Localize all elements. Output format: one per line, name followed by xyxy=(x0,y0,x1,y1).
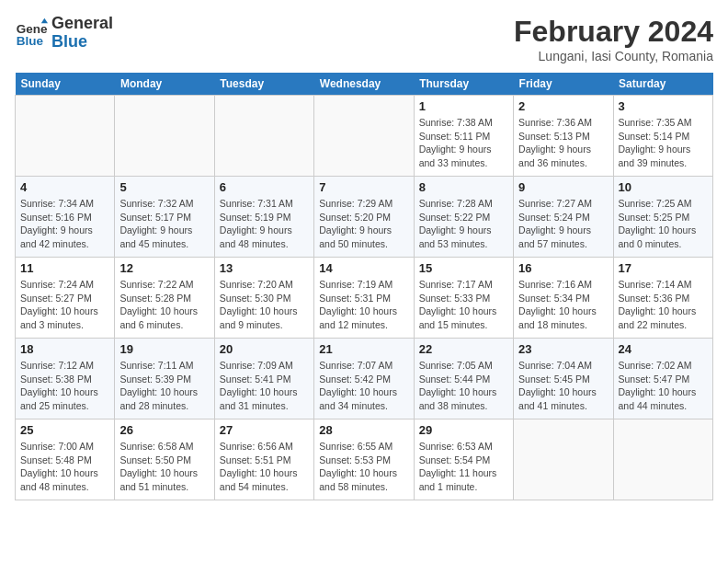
day-number: 13 xyxy=(220,261,309,275)
day-number: 5 xyxy=(119,180,209,194)
day-info: Sunrise: 7:32 AM Sunset: 5:17 PM Dayligh… xyxy=(119,197,209,251)
day-info: Sunrise: 7:28 AM Sunset: 5:22 PM Dayligh… xyxy=(419,197,508,251)
day-info: Sunrise: 7:14 AM Sunset: 5:36 PM Dayligh… xyxy=(619,278,708,332)
weekday-header-friday: Friday xyxy=(514,73,613,96)
calendar-cell: 3Sunrise: 7:35 AM Sunset: 5:14 PM Daylig… xyxy=(613,96,712,177)
calendar-cell: 28Sunrise: 6:55 AM Sunset: 5:53 PM Dayli… xyxy=(314,419,414,500)
calendar-cell: 24Sunrise: 7:02 AM Sunset: 5:47 PM Dayli… xyxy=(613,339,712,419)
day-number: 3 xyxy=(619,99,708,113)
calendar-cell: 27Sunrise: 6:56 AM Sunset: 5:51 PM Dayli… xyxy=(214,419,313,500)
day-info: Sunrise: 7:11 AM Sunset: 5:39 PM Dayligh… xyxy=(119,359,209,413)
calendar-cell: 4Sunrise: 7:34 AM Sunset: 5:16 PM Daylig… xyxy=(16,177,115,258)
day-number: 12 xyxy=(119,261,209,275)
day-number: 23 xyxy=(518,342,608,356)
day-info: Sunrise: 7:34 AM Sunset: 5:16 PM Dayligh… xyxy=(20,197,109,251)
day-info: Sunrise: 7:19 AM Sunset: 5:31 PM Dayligh… xyxy=(319,278,408,332)
day-number: 29 xyxy=(419,423,508,437)
day-info: Sunrise: 7:25 AM Sunset: 5:25 PM Dayligh… xyxy=(619,197,708,251)
calendar-cell: 22Sunrise: 7:05 AM Sunset: 5:44 PM Dayli… xyxy=(414,339,513,419)
day-info: Sunrise: 7:16 AM Sunset: 5:34 PM Dayligh… xyxy=(518,278,608,332)
calendar-cell: 7Sunrise: 7:29 AM Sunset: 5:20 PM Daylig… xyxy=(314,177,414,258)
weekday-header-sunday: Sunday xyxy=(16,73,115,96)
calendar-cell xyxy=(16,96,115,177)
day-number: 9 xyxy=(518,180,608,194)
calendar-cell: 1Sunrise: 7:38 AM Sunset: 5:11 PM Daylig… xyxy=(414,96,513,177)
calendar-cell xyxy=(613,419,712,500)
calendar-cell: 21Sunrise: 7:07 AM Sunset: 5:42 PM Dayli… xyxy=(314,339,414,419)
calendar-cell: 16Sunrise: 7:16 AM Sunset: 5:34 PM Dayli… xyxy=(514,258,613,339)
calendar-cell: 18Sunrise: 7:12 AM Sunset: 5:38 PM Dayli… xyxy=(16,339,115,419)
calendar-cell: 8Sunrise: 7:28 AM Sunset: 5:22 PM Daylig… xyxy=(414,177,513,258)
weekday-header-saturday: Saturday xyxy=(613,73,712,96)
day-info: Sunrise: 7:27 AM Sunset: 5:24 PM Dayligh… xyxy=(518,197,608,251)
logo-icon: General Blue xyxy=(15,17,48,50)
day-info: Sunrise: 7:31 AM Sunset: 5:19 PM Dayligh… xyxy=(220,197,309,251)
logo-text: General Blue xyxy=(51,15,113,52)
day-number: 22 xyxy=(419,342,508,356)
day-info: Sunrise: 7:12 AM Sunset: 5:38 PM Dayligh… xyxy=(20,359,109,413)
day-info: Sunrise: 7:04 AM Sunset: 5:45 PM Dayligh… xyxy=(518,359,608,413)
calendar-cell: 2Sunrise: 7:36 AM Sunset: 5:13 PM Daylig… xyxy=(514,96,613,177)
day-number: 2 xyxy=(518,99,608,113)
day-number: 26 xyxy=(119,423,209,437)
day-number: 6 xyxy=(220,180,309,194)
logo: General Blue General Blue xyxy=(15,15,113,52)
calendar-cell xyxy=(214,96,313,177)
day-number: 18 xyxy=(20,342,109,356)
weekday-header-wednesday: Wednesday xyxy=(314,73,414,96)
title-block: February 2024 Lungani, Iasi County, Roma… xyxy=(514,15,713,63)
calendar-week-4: 25Sunrise: 7:00 AM Sunset: 5:48 PM Dayli… xyxy=(16,419,713,500)
calendar-cell: 25Sunrise: 7:00 AM Sunset: 5:48 PM Dayli… xyxy=(16,419,115,500)
calendar-cell: 6Sunrise: 7:31 AM Sunset: 5:19 PM Daylig… xyxy=(214,177,313,258)
calendar-cell: 9Sunrise: 7:27 AM Sunset: 5:24 PM Daylig… xyxy=(514,177,613,258)
svg-marker-2 xyxy=(41,18,48,23)
calendar-cell: 12Sunrise: 7:22 AM Sunset: 5:28 PM Dayli… xyxy=(115,258,214,339)
day-number: 4 xyxy=(20,180,109,194)
calendar-cell: 29Sunrise: 6:53 AM Sunset: 5:54 PM Dayli… xyxy=(414,419,513,500)
day-number: 16 xyxy=(518,261,608,275)
day-info: Sunrise: 7:24 AM Sunset: 5:27 PM Dayligh… xyxy=(20,278,109,332)
day-info: Sunrise: 7:02 AM Sunset: 5:47 PM Dayligh… xyxy=(619,359,708,413)
calendar-body: 1Sunrise: 7:38 AM Sunset: 5:11 PM Daylig… xyxy=(16,96,713,500)
day-number: 24 xyxy=(619,342,708,356)
day-info: Sunrise: 7:07 AM Sunset: 5:42 PM Dayligh… xyxy=(319,359,408,413)
location: Lungani, Iasi County, Romania xyxy=(514,49,713,63)
svg-text:Blue: Blue xyxy=(17,33,44,47)
day-info: Sunrise: 7:36 AM Sunset: 5:13 PM Dayligh… xyxy=(518,116,608,170)
calendar-week-2: 11Sunrise: 7:24 AM Sunset: 5:27 PM Dayli… xyxy=(16,258,713,339)
calendar-cell: 14Sunrise: 7:19 AM Sunset: 5:31 PM Dayli… xyxy=(314,258,414,339)
day-info: Sunrise: 7:17 AM Sunset: 5:33 PM Dayligh… xyxy=(419,278,508,332)
day-info: Sunrise: 7:29 AM Sunset: 5:20 PM Dayligh… xyxy=(319,197,408,251)
day-info: Sunrise: 7:09 AM Sunset: 5:41 PM Dayligh… xyxy=(220,359,309,413)
calendar-week-3: 18Sunrise: 7:12 AM Sunset: 5:38 PM Dayli… xyxy=(16,339,713,419)
day-number: 7 xyxy=(319,180,408,194)
calendar-cell xyxy=(314,96,414,177)
day-number: 17 xyxy=(619,261,708,275)
day-number: 20 xyxy=(220,342,309,356)
calendar-cell: 19Sunrise: 7:11 AM Sunset: 5:39 PM Dayli… xyxy=(115,339,214,419)
day-info: Sunrise: 6:53 AM Sunset: 5:54 PM Dayligh… xyxy=(419,440,508,494)
day-info: Sunrise: 6:58 AM Sunset: 5:50 PM Dayligh… xyxy=(119,440,209,494)
page-header: General Blue General Blue February 2024 … xyxy=(15,15,713,63)
weekday-header-row: SundayMondayTuesdayWednesdayThursdayFrid… xyxy=(16,73,713,96)
calendar-cell: 26Sunrise: 6:58 AM Sunset: 5:50 PM Dayli… xyxy=(115,419,214,500)
day-info: Sunrise: 6:56 AM Sunset: 5:51 PM Dayligh… xyxy=(220,440,309,494)
calendar-cell xyxy=(115,96,214,177)
day-number: 8 xyxy=(419,180,508,194)
day-number: 19 xyxy=(119,342,209,356)
calendar-cell: 23Sunrise: 7:04 AM Sunset: 5:45 PM Dayli… xyxy=(514,339,613,419)
day-info: Sunrise: 7:20 AM Sunset: 5:30 PM Dayligh… xyxy=(220,278,309,332)
weekday-header-monday: Monday xyxy=(115,73,214,96)
day-number: 1 xyxy=(419,99,508,113)
calendar-cell: 13Sunrise: 7:20 AM Sunset: 5:30 PM Dayli… xyxy=(214,258,313,339)
day-number: 11 xyxy=(20,261,109,275)
day-info: Sunrise: 7:00 AM Sunset: 5:48 PM Dayligh… xyxy=(20,440,109,494)
day-info: Sunrise: 7:22 AM Sunset: 5:28 PM Dayligh… xyxy=(119,278,209,332)
weekday-header-tuesday: Tuesday xyxy=(214,73,313,96)
day-info: Sunrise: 6:55 AM Sunset: 5:53 PM Dayligh… xyxy=(319,440,408,494)
day-info: Sunrise: 7:38 AM Sunset: 5:11 PM Dayligh… xyxy=(419,116,508,170)
day-info: Sunrise: 7:35 AM Sunset: 5:14 PM Dayligh… xyxy=(619,116,708,170)
calendar-cell: 10Sunrise: 7:25 AM Sunset: 5:25 PM Dayli… xyxy=(613,177,712,258)
calendar-cell: 11Sunrise: 7:24 AM Sunset: 5:27 PM Dayli… xyxy=(16,258,115,339)
day-number: 15 xyxy=(419,261,508,275)
